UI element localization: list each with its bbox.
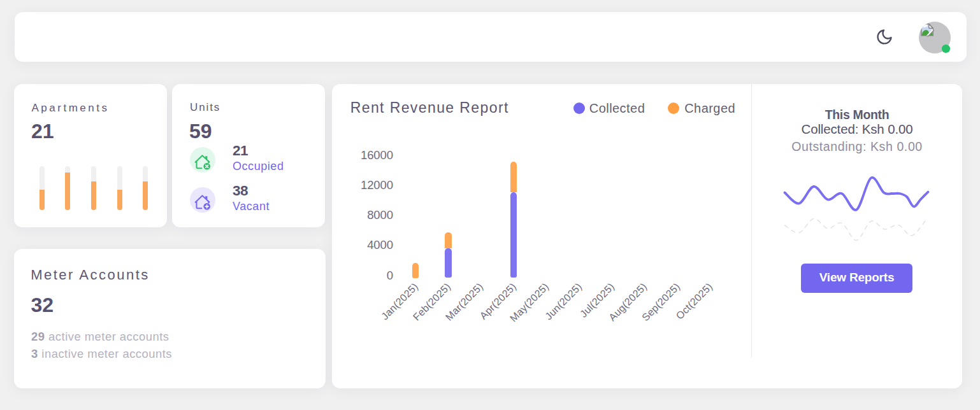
moon-icon bbox=[876, 28, 893, 46]
apartments-bar-fill bbox=[65, 173, 70, 210]
y-axis-label: 8000 bbox=[349, 208, 393, 222]
sparkline-main bbox=[785, 178, 928, 210]
dark-mode-toggle[interactable] bbox=[870, 22, 899, 52]
apartments-bar-fill bbox=[91, 181, 96, 210]
apartments-bar-track bbox=[143, 166, 148, 210]
legend-label-charged[interactable]: Charged bbox=[684, 102, 735, 115]
occupied-label: Occupied bbox=[233, 160, 284, 172]
bar-collected bbox=[445, 248, 451, 278]
view-reports-button[interactable]: View Reports bbox=[801, 264, 912, 293]
meter-active-count: 29 bbox=[31, 330, 45, 343]
meter-count: 32 bbox=[31, 295, 54, 315]
units-title: Units bbox=[190, 102, 220, 113]
revenue-title: Rent Revenue Report bbox=[350, 101, 509, 115]
header-bar bbox=[15, 12, 967, 62]
vacant-label: Vacant bbox=[233, 201, 270, 212]
this-month-title: This Month bbox=[752, 109, 962, 122]
meter-title: Meter Accounts bbox=[31, 268, 150, 282]
vacant-icon-circle bbox=[190, 187, 215, 213]
y-axis-label: 0 bbox=[349, 269, 393, 283]
meter-inactive-label: inactive meter accounts bbox=[41, 347, 172, 360]
bar-charged bbox=[510, 162, 517, 192]
units-card: Units 59 21 Occupied 38 Vacant bbox=[172, 84, 325, 227]
bar-collected bbox=[510, 192, 517, 278]
apartments-bar-fill bbox=[117, 190, 122, 210]
y-axis-label: 12000 bbox=[349, 178, 393, 192]
apartments-mini-bar-chart bbox=[14, 84, 167, 227]
month-trend-sparkline bbox=[781, 172, 933, 248]
vacant-count: 38 bbox=[233, 184, 248, 199]
y-axis-label: 16000 bbox=[349, 148, 393, 162]
meter-inactive-line: 3 inactive meter accounts bbox=[31, 348, 172, 360]
bar-charged bbox=[445, 232, 451, 248]
apartments-bar-track bbox=[117, 166, 122, 210]
meter-inactive-count: 3 bbox=[31, 347, 38, 360]
apartments-bar-track bbox=[65, 166, 70, 210]
units-count: 59 bbox=[189, 121, 212, 141]
bar-charged bbox=[412, 263, 419, 278]
sparkline-dashed bbox=[785, 218, 927, 240]
occupied-count: 21 bbox=[233, 144, 248, 159]
apartments-bar-track bbox=[91, 166, 96, 210]
meter-active-line: 29 active meter accounts bbox=[31, 331, 169, 343]
apartments-bar-fill bbox=[40, 190, 45, 210]
meter-active-label: active meter accounts bbox=[48, 330, 169, 343]
occupied-icon-circle bbox=[190, 147, 215, 173]
house-plus-icon bbox=[194, 194, 211, 210]
y-axis-label: 4000 bbox=[349, 238, 393, 252]
apartments-bar-track bbox=[40, 166, 45, 210]
apartments-card: Apartments 21 bbox=[14, 84, 167, 227]
online-status-dot bbox=[942, 45, 950, 53]
month-collected-text: Collected: Ksh 0.00 bbox=[752, 123, 962, 136]
house-x-icon bbox=[194, 153, 211, 170]
month-outstanding-text: Outstanding: Ksh 0.00 bbox=[752, 141, 962, 153]
legend-label-collected[interactable]: Collected bbox=[589, 102, 645, 115]
broken-image-icon bbox=[921, 24, 935, 37]
meter-accounts-card: Meter Accounts 32 29 active meter accoun… bbox=[14, 249, 326, 388]
apartments-bar-fill bbox=[143, 181, 148, 210]
